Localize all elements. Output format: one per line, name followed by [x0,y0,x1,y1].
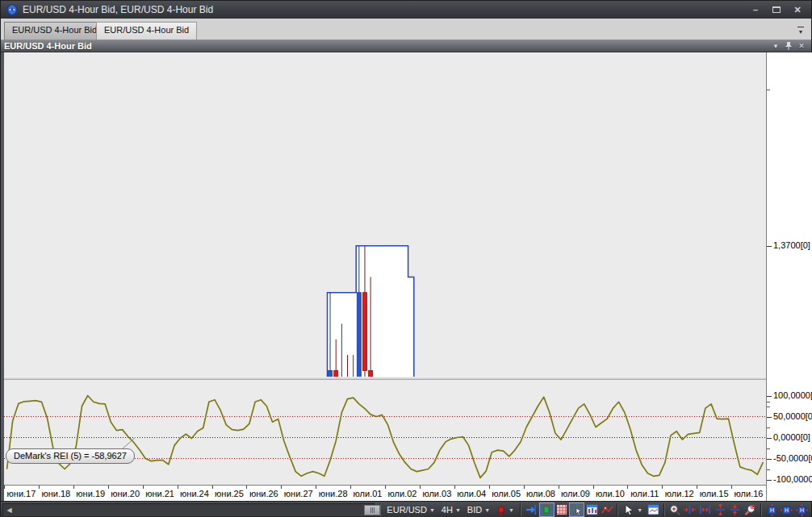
date-label: юни.26 [246,489,281,498]
oscillator-tick [767,459,772,460]
chevron-down-icon: ▼ [637,507,642,513]
candlestick-pane[interactable] [4,52,766,377]
chart-client-area: DeMark's REI (5) = -58,9627 юни.17юни.18… [1,52,812,501]
period-selector[interactable]: 4H▼ [438,503,464,516]
date-tick [524,486,525,489]
panel-close-icon[interactable]: ✕ [795,42,808,50]
date-label: юни.20 [108,489,143,498]
panel-title: EUR/USD 4-Hour Bid [4,41,92,51]
date-label: юни.21 [143,489,178,498]
oscillator-pane[interactable]: DeMark's REI (5) = -58,9627 [4,380,766,485]
pin-icon[interactable] [782,41,795,52]
chart-window-icon [647,504,659,515]
zoom-in-button[interactable] [668,502,683,517]
chart-style-icon [586,504,598,515]
date-axis[interactable]: юни.17юни.18юни.19юни.20юни.21юни.24юни.… [4,485,766,501]
chart-style-button[interactable] [584,502,600,517]
price-tick [767,402,770,402]
date-tick [489,486,490,489]
date-tick [212,486,213,489]
minimize-button[interactable]: – [745,2,766,17]
price-axis[interactable]: 1,3700[0]1,3650[0]1,3600[0]1,3550[0]1,35… [766,52,812,501]
annotation-button[interactable] [600,502,615,517]
date-label: юни.19 [73,489,108,498]
oscillator-tick [767,396,772,397]
jump-to-end-button[interactable] [524,502,539,517]
fix-horizontal-scale-icon: H [781,504,793,516]
chart-type-selector[interactable]: ▼ [493,502,517,517]
chart-tab-2[interactable]: EUR/USD 4-Hour Bid [96,22,197,40]
app-logo-icon [6,3,19,16]
date-tick [39,486,40,489]
fix-vertical-scale-icon: H [766,504,778,516]
pointer-tool-button[interactable]: ▼ [621,502,646,517]
crosshair-button[interactable] [569,502,584,517]
date-tick [4,486,5,489]
fix-both-scales-icon: H [796,504,808,516]
tab-list-button[interactable]: ▾ [794,25,807,35]
grid-icon [556,504,567,515]
side-selector[interactable]: BID▼ [464,503,493,516]
date-tick [281,486,282,489]
expand-vertical-icon [714,504,726,515]
fix-vertical-scale-button[interactable]: H [764,502,780,517]
application-window: EUR/USD 4-Hour Bid, EUR/USD 4-Hour Bid –… [0,0,812,517]
compress-horizontal-button[interactable] [683,502,698,517]
oscillator-tick [767,427,770,428]
date-tick [697,486,697,489]
symbol-selector[interactable]: EUR/USD▼ [383,503,437,516]
svg-text:H: H [800,507,804,513]
date-label: юли.10 [593,489,628,498]
svg-text:H: H [785,507,789,513]
date-tick [350,486,351,489]
price-tick [767,90,770,90]
chevron-down-icon: ▼ [484,507,490,513]
date-label: юли.01 [350,489,385,498]
date-tick [246,486,247,489]
date-tick [454,486,455,489]
date-tick [420,486,421,489]
horizontal-scrollbar[interactable]: ◀ ▶ [2,503,375,517]
expand-horizontal-button[interactable] [697,502,713,517]
expand-vertical-button[interactable] [713,502,728,517]
date-label: юни.25 [212,489,247,498]
grid-toggle-button[interactable] [555,502,570,517]
compress-vertical-button[interactable] [728,502,743,517]
scrollbar-thumb[interactable] [364,505,380,515]
close-button[interactable]: ✕ [787,2,808,17]
panel-menu-icon[interactable]: ▾ [769,42,782,50]
oscillator-tick [767,438,772,439]
pointer-icon [624,504,634,515]
maximize-button[interactable] [766,2,787,17]
title-bar: EUR/USD 4-Hour Bid, EUR/USD 4-Hour Bid –… [1,1,811,19]
date-tick [73,486,74,489]
fix-horizontal-scale-button[interactable]: H [780,502,795,517]
candle-body [362,293,366,371]
zoom-reset-button[interactable] [743,502,758,517]
date-tick [385,486,386,489]
chart-tab-1[interactable]: EUR/USD 4-Hour Bid [4,22,105,40]
auto-scale-button[interactable] [539,502,555,517]
oscillator-tick [767,480,772,481]
price-tick [767,246,772,247]
date-tick [316,486,316,489]
jump-to-end-icon [525,504,537,515]
zoom-in-icon [669,504,681,516]
candle-body [334,370,338,377]
window-title: EUR/USD 4-Hour Bid, EUR/USD 4-Hour Bid [23,4,745,15]
candle-body [329,370,333,377]
scroll-left-icon[interactable]: ◀ [3,504,15,516]
date-tick [662,486,663,489]
date-label: юни.18 [39,489,73,498]
date-tick [593,486,594,489]
candlestick-chart [4,52,766,377]
chart-window-button[interactable] [646,502,661,517]
fix-both-scales-button[interactable]: H [794,502,810,517]
scrollbar-track[interactable] [15,504,362,516]
chevron-down-icon: ▼ [429,507,435,513]
date-label: юли.02 [385,489,420,498]
date-label: юни.17 [4,489,39,498]
expand-horizontal-icon [699,504,711,515]
date-label: юли.16 [731,489,766,498]
oscillator-axis-label: 50,0000[0] [773,411,812,421]
